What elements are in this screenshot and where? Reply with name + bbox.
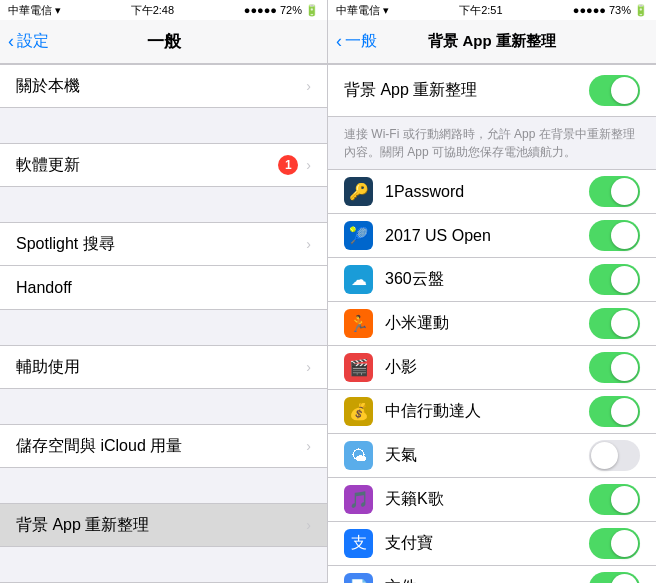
app-icon-360yunpan: ☁	[344, 265, 373, 294]
spacer-1	[0, 108, 327, 143]
toggle-weather[interactable]	[589, 440, 640, 471]
spotlight-chevron: ›	[306, 236, 311, 252]
app-item-1password[interactable]: 🔑1Password	[328, 169, 656, 214]
app-icon-files: 📄	[344, 573, 373, 583]
spotlight-label: Spotlight 搜尋	[16, 234, 306, 255]
description-text: 連接 Wi-Fi 或行動網路時，允許 App 在背景中重新整理內容。關閉 App…	[344, 127, 635, 159]
software-badge: 1	[278, 155, 298, 175]
app-item-zhongxin[interactable]: 💰中信行動達人	[328, 390, 656, 434]
toggle-knob-xiaoying	[611, 354, 638, 381]
app-icon-alipay: 支	[344, 529, 373, 558]
top-toggle[interactable]	[589, 75, 640, 106]
left-back-chevron: ‹	[8, 31, 14, 52]
about-item[interactable]: 關於本機 ›	[0, 64, 327, 108]
app-name-xiaomi-sport: 小米運動	[385, 313, 589, 334]
app-name-weather: 天氣	[385, 445, 589, 466]
group-background: 背景 App 重新整理 ›	[0, 503, 327, 547]
left-carrier: 中華電信	[8, 3, 52, 18]
software-update-item[interactable]: 軟體更新 1 ›	[0, 143, 327, 187]
left-battery-icon: 🔋	[305, 4, 319, 17]
left-time: 下午2:48	[131, 3, 174, 18]
storage-item[interactable]: 儲存空間與 iCloud 用量 ›	[0, 424, 327, 468]
app-item-xiaoying[interactable]: 🎬小影	[328, 346, 656, 390]
toggle-360yunpan[interactable]	[589, 264, 640, 295]
app-item-tiantian-karaoke[interactable]: 🎵天籟K歌	[328, 478, 656, 522]
toggle-xiaoying[interactable]	[589, 352, 640, 383]
app-item-360yunpan[interactable]: ☁360云盤	[328, 258, 656, 302]
app-name-1password: 1Password	[385, 183, 589, 201]
top-toggle-label: 背景 App 重新整理	[344, 80, 477, 101]
about-label: 關於本機	[16, 76, 306, 97]
group-software: 軟體更新 1 ›	[0, 143, 327, 187]
left-status-bar: 中華電信 ▾ 下午2:48 ●●●●● 72% 🔋	[0, 0, 327, 20]
toggle-zhongxin[interactable]	[589, 396, 640, 427]
left-nav-title: 一般	[147, 30, 181, 53]
toggle-knob-weather	[591, 442, 618, 469]
app-name-2017usopen: 2017 US Open	[385, 227, 589, 245]
left-wifi-icon: ▾	[55, 4, 61, 17]
app-item-weather[interactable]: 🌤天氣	[328, 434, 656, 478]
right-wifi-icon: ▾	[383, 4, 389, 17]
right-panel: 中華電信 ▾ 下午2:51 ●●●●● 73% 🔋 ‹ 一般 背景 App 重新…	[328, 0, 656, 583]
toggle-knob-zhongxin	[611, 398, 638, 425]
right-back-chevron: ‹	[336, 31, 342, 52]
description-block: 連接 Wi-Fi 或行動網路時，允許 App 在背景中重新整理內容。關閉 App…	[328, 117, 656, 169]
app-item-alipay[interactable]: 支支付寶	[328, 522, 656, 566]
app-icon-xiaomi-sport: 🏃	[344, 309, 373, 338]
spacer-4	[0, 389, 327, 424]
left-signal-icon: ●●●●●	[244, 4, 277, 16]
accessibility-chevron: ›	[306, 359, 311, 375]
right-back-label: 一般	[345, 31, 377, 52]
toggle-knob-360yunpan	[611, 266, 638, 293]
right-back-button[interactable]: ‹ 一般	[336, 31, 377, 52]
app-item-2017usopen[interactable]: 🎾2017 US Open	[328, 214, 656, 258]
app-name-xiaoying: 小影	[385, 357, 589, 378]
right-content: 背景 App 重新整理 連接 Wi-Fi 或行動網路時，允許 App 在背景中重…	[328, 64, 656, 583]
spacer-5	[0, 468, 327, 503]
accessibility-label: 輔助使用	[16, 357, 306, 378]
app-icon-tiantian-karaoke: 🎵	[344, 485, 373, 514]
accessibility-item[interactable]: 輔助使用 ›	[0, 345, 327, 389]
toggle-tiantian-karaoke[interactable]	[589, 484, 640, 515]
spacer-2	[0, 187, 327, 222]
left-status-right: ●●●●● 72% 🔋	[244, 4, 319, 17]
right-time: 下午2:51	[459, 3, 502, 18]
software-update-label: 軟體更新	[16, 155, 278, 176]
toggle-alipay[interactable]	[589, 528, 640, 559]
app-icon-1password: 🔑	[344, 177, 373, 206]
toggle-knob-alipay	[611, 530, 638, 557]
toggle-xiaomi-sport[interactable]	[589, 308, 640, 339]
right-nav-bar: ‹ 一般 背景 App 重新整理	[328, 20, 656, 64]
left-settings-list: 關於本機 › 軟體更新 1 › Spotlight 搜尋 › Handoff	[0, 64, 327, 583]
background-app-item[interactable]: 背景 App 重新整理 ›	[0, 503, 327, 547]
toggle-2017usopen[interactable]	[589, 220, 640, 251]
top-toggle-knob	[611, 77, 638, 104]
app-name-files: 文件	[385, 577, 589, 583]
toggle-knob-1password	[611, 178, 638, 205]
right-battery-icon: 🔋	[634, 4, 648, 17]
spotlight-item[interactable]: Spotlight 搜尋 ›	[0, 222, 327, 266]
top-toggle-section[interactable]: 背景 App 重新整理	[328, 64, 656, 117]
background-app-label: 背景 App 重新整理	[16, 515, 306, 536]
toggle-knob-2017usopen	[611, 222, 638, 249]
spacer-6	[0, 547, 327, 582]
group-about: 關於本機 ›	[0, 64, 327, 108]
toggle-1password[interactable]	[589, 176, 640, 207]
app-item-files[interactable]: 📄文件	[328, 566, 656, 583]
toggle-files[interactable]	[589, 572, 640, 583]
background-app-chevron: ›	[306, 517, 311, 533]
left-back-button[interactable]: ‹ 設定	[8, 31, 49, 52]
handoff-item[interactable]: Handoff	[0, 266, 327, 310]
right-signal-icon: ●●●●●	[573, 4, 606, 16]
app-item-xiaomi-sport[interactable]: 🏃小米運動	[328, 302, 656, 346]
toggle-knob-files	[611, 574, 638, 583]
app-name-360yunpan: 360云盤	[385, 269, 589, 290]
right-carrier: 中華電信	[336, 3, 380, 18]
right-status-right: ●●●●● 73% 🔋	[573, 4, 648, 17]
app-list: 🔑1Password🎾2017 US Open☁360云盤🏃小米運動🎬小影💰中信…	[328, 169, 656, 583]
handoff-label: Handoff	[16, 279, 311, 297]
right-nav-title: 背景 App 重新整理	[428, 32, 556, 51]
app-name-zhongxin: 中信行動達人	[385, 401, 589, 422]
right-status-bar: 中華電信 ▾ 下午2:51 ●●●●● 73% 🔋	[328, 0, 656, 20]
left-panel: 中華電信 ▾ 下午2:48 ●●●●● 72% 🔋 ‹ 設定 一般 關於本機 ›	[0, 0, 328, 583]
